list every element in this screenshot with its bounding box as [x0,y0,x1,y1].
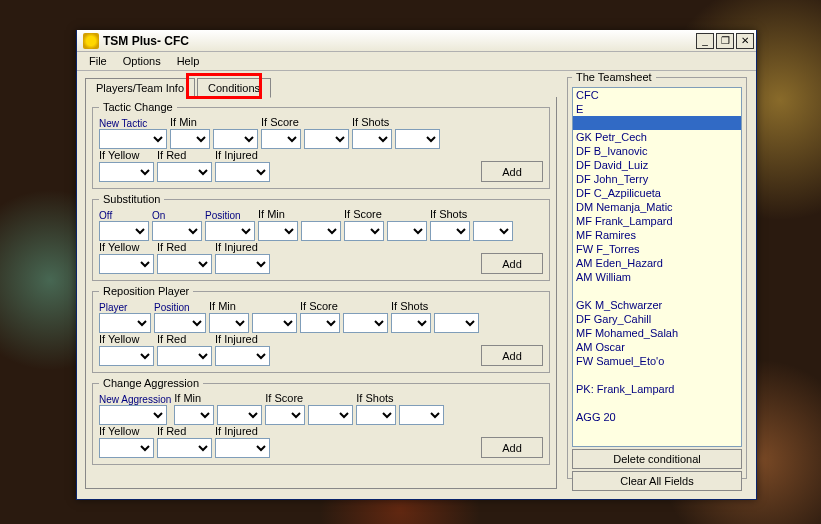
combo-rp-red[interactable] [157,346,212,366]
tab-strip: Players/Team Info Conditions [85,77,557,97]
combo-ag-score-op[interactable] [265,405,305,425]
combo-rp-yellow[interactable] [99,346,154,366]
teamsheet-item[interactable]: GK M_Schwarzer [573,298,741,312]
combo-rp-pos[interactable] [154,313,206,333]
teamsheet-item[interactable]: FW F_Torres [573,242,741,256]
teamsheet-item[interactable]: AM William [573,270,741,284]
combo-ag-yellow[interactable] [99,438,154,458]
close-button[interactable]: ✕ [736,33,754,49]
app-icon [83,33,99,49]
button-delete-conditional[interactable]: Delete conditional [572,449,742,469]
teamsheet-item[interactable]: AGG 20 [573,410,741,424]
combo-sub-shots-op[interactable] [430,221,470,241]
teamsheet-item[interactable]: AM Eden_Hazard [573,256,741,270]
combo-tc-yellow[interactable] [99,162,154,182]
label-if-shots: If Shots [352,116,440,128]
combo-rp-score-val[interactable] [343,313,388,333]
teamsheet-item[interactable] [573,368,741,382]
combo-ag-red[interactable] [157,438,212,458]
combo-sub-red[interactable] [157,254,212,274]
restore-button[interactable]: ❐ [716,33,734,49]
label-sub-if-yellow: If Yellow [99,241,154,253]
teamsheet-item[interactable]: DM Nemanja_Matic [573,200,741,214]
label-sub-if-min: If Min [258,208,341,220]
button-add-tactic[interactable]: Add [481,161,543,182]
teamsheet-item[interactable]: PK: Frank_Lampard [573,382,741,396]
teamsheet-item[interactable] [573,396,741,410]
group-substitution: Substitution Off On Position If Min If S… [92,193,550,281]
combo-tc-min-val[interactable] [213,129,258,149]
combo-tc-shots-op[interactable] [352,129,392,149]
label-ag-if-yellow: If Yellow [99,425,154,437]
legend-aggression: Change Aggression [99,377,203,389]
combo-rp-shots-val[interactable] [434,313,479,333]
combo-rp-score-op[interactable] [300,313,340,333]
label-sub-if-red: If Red [157,241,212,253]
combo-ag-shots-val[interactable] [399,405,444,425]
menu-help[interactable]: Help [169,53,208,69]
combo-sub-score-val[interactable] [387,221,427,241]
teamsheet-item[interactable]: CFC [573,88,741,102]
teamsheet-item[interactable]: MF Ramires [573,228,741,242]
combo-sub-injured[interactable] [215,254,270,274]
combo-tc-score-val[interactable] [304,129,349,149]
combo-new-aggression[interactable] [99,405,167,425]
combo-rp-injured[interactable] [215,346,270,366]
combo-ag-min-op[interactable] [174,405,214,425]
teamsheet-item[interactable]: GK Petr_Cech [573,130,741,144]
teamsheet-item[interactable] [573,116,741,130]
combo-tc-shots-val[interactable] [395,129,440,149]
combo-tc-red[interactable] [157,162,212,182]
teamsheet-list[interactable]: CFCE GK Petr_CechDF B_IvanovicDF David_L… [572,87,742,447]
combo-tc-score-op[interactable] [261,129,301,149]
button-add-reposition[interactable]: Add [481,345,543,366]
teamsheet-item[interactable]: MF Mohamed_Salah [573,326,741,340]
label-ag-if-score: If Score [265,392,353,404]
button-clear-all-fields[interactable]: Clear All Fields [572,471,742,491]
menu-options[interactable]: Options [115,53,169,69]
combo-sub-yellow[interactable] [99,254,154,274]
teamsheet-item[interactable]: MF Frank_Lampard [573,214,741,228]
teamsheet-item[interactable] [573,284,741,298]
combo-sub-shots-val[interactable] [473,221,513,241]
label-player: Player [99,302,151,313]
teamsheet-item[interactable]: DF David_Luiz [573,158,741,172]
combo-ag-score-val[interactable] [308,405,353,425]
label-rp-if-red: If Red [157,333,212,345]
label-ag-if-min: If Min [174,392,262,404]
combo-ag-min-val[interactable] [217,405,262,425]
menu-file[interactable]: File [81,53,115,69]
label-rp-if-min: If Min [209,300,297,312]
combo-sub-pos[interactable] [205,221,255,241]
combo-tc-injured[interactable] [215,162,270,182]
combo-sub-min-op[interactable] [258,221,298,241]
combo-rp-min-val[interactable] [252,313,297,333]
button-add-aggression[interactable]: Add [481,437,543,458]
teamsheet-item[interactable]: DF Gary_Cahill [573,312,741,326]
combo-new-tactic[interactable] [99,129,167,149]
teamsheet-item[interactable]: DF John_Terry [573,172,741,186]
combo-sub-off[interactable] [99,221,149,241]
minimize-button[interactable]: _ [696,33,714,49]
group-reposition: Reposition Player Player Position If Min… [92,285,550,373]
combo-sub-score-op[interactable] [344,221,384,241]
combo-rp-shots-op[interactable] [391,313,431,333]
combo-ag-shots-op[interactable] [356,405,396,425]
teamsheet-item[interactable]: AM Oscar [573,340,741,354]
tab-players-team-info[interactable]: Players/Team Info [85,78,195,98]
combo-rp-player[interactable] [99,313,151,333]
combo-ag-injured[interactable] [215,438,270,458]
combo-rp-min-op[interactable] [209,313,249,333]
combo-tc-min-op[interactable] [170,129,210,149]
tab-conditions[interactable]: Conditions [197,78,271,98]
button-add-sub[interactable]: Add [481,253,543,274]
teamsheet-item[interactable]: DF C_Azpilicueta [573,186,741,200]
label-on: On [152,210,202,221]
teamsheet-item[interactable]: E [573,102,741,116]
teamsheet-item[interactable]: DF B_Ivanovic [573,144,741,158]
combo-sub-on[interactable] [152,221,202,241]
label-if-red: If Red [157,149,212,161]
label-off: Off [99,210,149,221]
combo-sub-min-val[interactable] [301,221,341,241]
teamsheet-item[interactable]: FW Samuel_Eto'o [573,354,741,368]
